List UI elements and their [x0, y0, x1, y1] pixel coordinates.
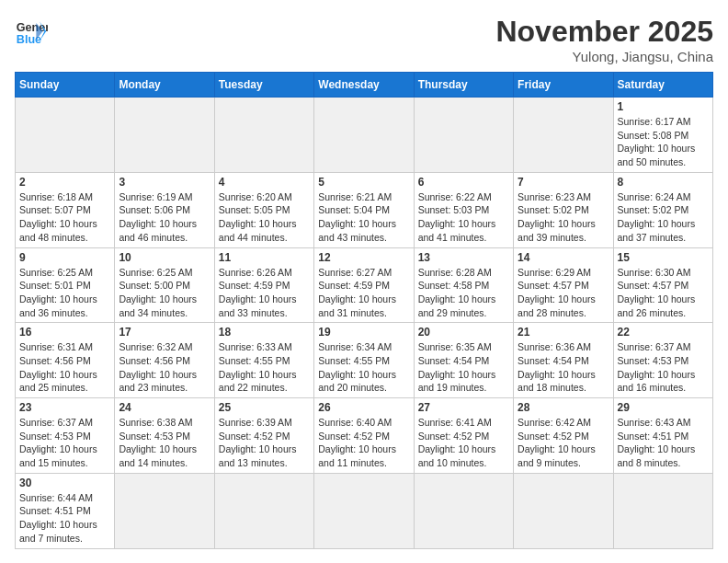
- calendar-cell: 16Sunrise: 6:31 AMSunset: 4:56 PMDayligh…: [16, 323, 115, 398]
- calendar-cell: 4Sunrise: 6:20 AMSunset: 5:05 PMDaylight…: [214, 172, 313, 247]
- calendar-cell: [514, 98, 613, 173]
- weekday-header: Wednesday: [314, 73, 414, 98]
- calendar-cell: 26Sunrise: 6:40 AMSunset: 4:52 PMDayligh…: [314, 398, 414, 474]
- weekday-header: Tuesday: [214, 73, 313, 98]
- calendar-week-row: 1Sunrise: 6:17 AMSunset: 5:08 PMDaylight…: [16, 98, 713, 173]
- weekday-header: Sunday: [16, 73, 115, 98]
- weekday-header: Saturday: [613, 73, 712, 98]
- calendar-cell: [514, 473, 613, 548]
- calendar-cell: 17Sunrise: 6:32 AMSunset: 4:56 PMDayligh…: [115, 323, 214, 398]
- day-info: Sunrise: 6:26 AMSunset: 4:59 PMDaylight:…: [219, 266, 310, 320]
- calendar-cell: 5Sunrise: 6:21 AMSunset: 5:04 PMDaylight…: [314, 172, 414, 247]
- day-info: Sunrise: 6:40 AMSunset: 4:52 PMDaylight:…: [318, 416, 409, 470]
- day-info: Sunrise: 6:25 AMSunset: 5:01 PMDaylight:…: [19, 266, 110, 320]
- day-number: 19: [318, 326, 409, 339]
- day-info: Sunrise: 6:35 AMSunset: 4:54 PMDaylight:…: [418, 340, 509, 395]
- calendar-cell: 8Sunrise: 6:24 AMSunset: 5:02 PMDaylight…: [613, 172, 712, 247]
- calendar-cell: [16, 98, 115, 173]
- day-number: 6: [418, 176, 509, 189]
- page-header: General Blue November 2025 Yulong, Jiang…: [15, 15, 713, 64]
- day-number: 10: [119, 251, 210, 264]
- location: Yulong, Jiangsu, China: [495, 49, 713, 64]
- weekday-header: Friday: [514, 73, 613, 98]
- day-info: Sunrise: 6:39 AMSunset: 4:52 PMDaylight:…: [219, 416, 310, 470]
- calendar-cell: 22Sunrise: 6:37 AMSunset: 4:53 PMDayligh…: [613, 323, 712, 398]
- calendar-cell: 9Sunrise: 6:25 AMSunset: 5:01 PMDaylight…: [16, 247, 115, 323]
- day-info: Sunrise: 6:30 AMSunset: 4:57 PMDaylight:…: [618, 266, 709, 320]
- title-block: November 2025 Yulong, Jiangsu, China: [495, 15, 713, 64]
- calendar-cell: 20Sunrise: 6:35 AMSunset: 4:54 PMDayligh…: [414, 323, 513, 398]
- calendar-cell: [115, 473, 214, 548]
- calendar-cell: 28Sunrise: 6:42 AMSunset: 4:52 PMDayligh…: [514, 398, 613, 474]
- day-number: 27: [418, 401, 509, 414]
- day-number: 1: [618, 100, 709, 113]
- calendar-cell: [214, 98, 313, 173]
- day-info: Sunrise: 6:34 AMSunset: 4:55 PMDaylight:…: [318, 340, 409, 395]
- calendar-cell: 6Sunrise: 6:22 AMSunset: 5:03 PMDaylight…: [414, 172, 513, 247]
- day-number: 26: [318, 401, 409, 414]
- calendar-cell: 1Sunrise: 6:17 AMSunset: 5:08 PMDaylight…: [613, 98, 712, 173]
- calendar-cell: 25Sunrise: 6:39 AMSunset: 4:52 PMDayligh…: [214, 398, 313, 474]
- day-info: Sunrise: 6:32 AMSunset: 4:56 PMDaylight:…: [119, 340, 210, 395]
- day-number: 7: [518, 176, 609, 189]
- calendar-cell: [314, 473, 414, 548]
- logo-icon: General Blue: [15, 15, 48, 48]
- day-number: 24: [119, 401, 210, 414]
- day-info: Sunrise: 6:38 AMSunset: 4:53 PMDaylight:…: [119, 416, 210, 470]
- day-number: 8: [618, 176, 709, 189]
- day-info: Sunrise: 6:22 AMSunset: 5:03 PMDaylight:…: [418, 190, 509, 245]
- day-number: 20: [418, 326, 509, 339]
- day-number: 11: [219, 251, 310, 264]
- calendar-cell: 21Sunrise: 6:36 AMSunset: 4:54 PMDayligh…: [514, 323, 613, 398]
- day-number: 30: [19, 477, 110, 489]
- day-number: 4: [219, 176, 310, 189]
- calendar-cell: 3Sunrise: 6:19 AMSunset: 5:06 PMDaylight…: [115, 172, 214, 247]
- calendar-cell: 24Sunrise: 6:38 AMSunset: 4:53 PMDayligh…: [115, 398, 214, 474]
- day-info: Sunrise: 6:23 AMSunset: 5:02 PMDaylight:…: [518, 190, 609, 245]
- day-info: Sunrise: 6:20 AMSunset: 5:05 PMDaylight:…: [219, 190, 310, 245]
- day-info: Sunrise: 6:37 AMSunset: 4:53 PMDaylight:…: [19, 416, 110, 470]
- calendar-week-row: 23Sunrise: 6:37 AMSunset: 4:53 PMDayligh…: [16, 398, 713, 474]
- day-info: Sunrise: 6:29 AMSunset: 4:57 PMDaylight:…: [518, 266, 609, 320]
- day-info: Sunrise: 6:21 AMSunset: 5:04 PMDaylight:…: [318, 190, 409, 245]
- day-number: 18: [219, 326, 310, 339]
- calendar-cell: [214, 473, 313, 548]
- calendar-cell: 19Sunrise: 6:34 AMSunset: 4:55 PMDayligh…: [314, 323, 414, 398]
- calendar-cell: 7Sunrise: 6:23 AMSunset: 5:02 PMDaylight…: [514, 172, 613, 247]
- day-number: 15: [618, 251, 709, 264]
- calendar-cell: 30Sunrise: 6:44 AMSunset: 4:51 PMDayligh…: [16, 473, 115, 548]
- day-number: 16: [19, 326, 110, 339]
- day-info: Sunrise: 6:37 AMSunset: 4:53 PMDaylight:…: [618, 340, 709, 395]
- day-info: Sunrise: 6:42 AMSunset: 4:52 PMDaylight:…: [518, 416, 609, 470]
- calendar-cell: 10Sunrise: 6:25 AMSunset: 5:00 PMDayligh…: [115, 247, 214, 323]
- day-info: Sunrise: 6:44 AMSunset: 4:51 PMDaylight:…: [19, 491, 110, 546]
- calendar-cell: 12Sunrise: 6:27 AMSunset: 4:59 PMDayligh…: [314, 247, 414, 323]
- day-number: 28: [518, 401, 609, 414]
- calendar-cell: [613, 473, 712, 548]
- day-info: Sunrise: 6:27 AMSunset: 4:59 PMDaylight:…: [318, 266, 409, 320]
- calendar-cell: 27Sunrise: 6:41 AMSunset: 4:52 PMDayligh…: [414, 398, 513, 474]
- calendar-header-row: SundayMondayTuesdayWednesdayThursdayFrid…: [16, 73, 713, 98]
- calendar-cell: 23Sunrise: 6:37 AMSunset: 4:53 PMDayligh…: [16, 398, 115, 474]
- day-info: Sunrise: 6:19 AMSunset: 5:06 PMDaylight:…: [119, 190, 210, 245]
- day-number: 3: [119, 176, 210, 189]
- calendar-cell: [314, 98, 414, 173]
- day-info: Sunrise: 6:28 AMSunset: 4:58 PMDaylight:…: [418, 266, 509, 320]
- day-number: 25: [219, 401, 310, 414]
- day-number: 23: [19, 401, 110, 414]
- calendar-week-row: 30Sunrise: 6:44 AMSunset: 4:51 PMDayligh…: [16, 473, 713, 548]
- day-number: 14: [518, 251, 609, 264]
- calendar-cell: [115, 98, 214, 173]
- day-info: Sunrise: 6:25 AMSunset: 5:00 PMDaylight:…: [119, 266, 210, 320]
- day-number: 9: [19, 251, 110, 264]
- day-info: Sunrise: 6:18 AMSunset: 5:07 PMDaylight:…: [19, 190, 110, 245]
- calendar-cell: [414, 473, 513, 548]
- calendar-cell: 18Sunrise: 6:33 AMSunset: 4:55 PMDayligh…: [214, 323, 313, 398]
- day-info: Sunrise: 6:43 AMSunset: 4:51 PMDaylight:…: [618, 416, 709, 470]
- calendar-cell: 2Sunrise: 6:18 AMSunset: 5:07 PMDaylight…: [16, 172, 115, 247]
- calendar-table: SundayMondayTuesdayWednesdayThursdayFrid…: [15, 72, 713, 549]
- calendar-week-row: 16Sunrise: 6:31 AMSunset: 4:56 PMDayligh…: [16, 323, 713, 398]
- day-number: 21: [518, 326, 609, 339]
- calendar-cell: 13Sunrise: 6:28 AMSunset: 4:58 PMDayligh…: [414, 247, 513, 323]
- calendar-cell: 15Sunrise: 6:30 AMSunset: 4:57 PMDayligh…: [613, 247, 712, 323]
